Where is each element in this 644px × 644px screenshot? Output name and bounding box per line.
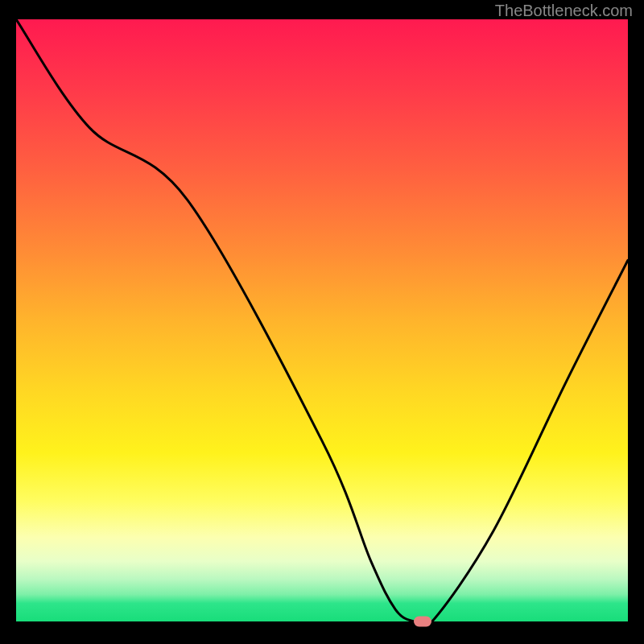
optimal-point-marker [414,617,431,627]
chart-background [16,19,628,621]
watermark-text: TheBottleneck.com [495,2,633,20]
